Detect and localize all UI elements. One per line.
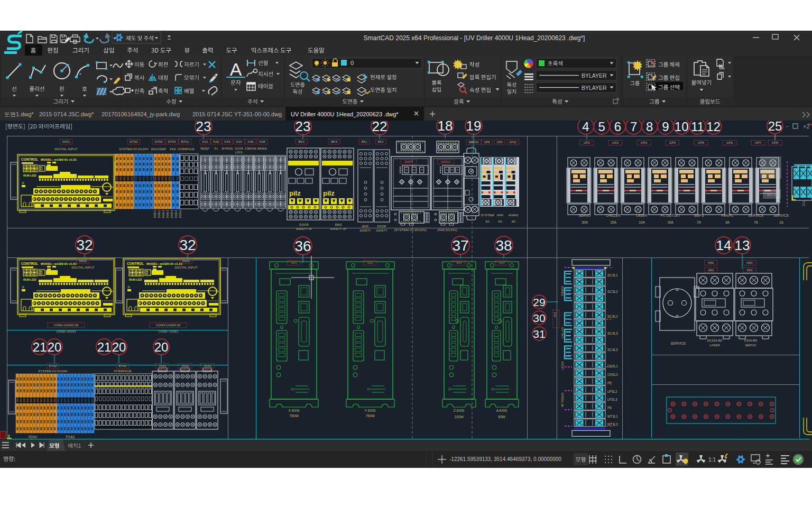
svg-text:3A: 3A (725, 220, 730, 224)
svg-text:14: 14 (716, 237, 732, 253)
svg-text:CONTROL: CONTROL (21, 262, 38, 265)
svg-text:25: 25 (768, 119, 782, 133)
svg-text:DOOR: DOOR (299, 223, 308, 226)
svg-text:SD4: SD4 (499, 261, 505, 264)
svg-text:BYLAYER: BYLAYER (582, 85, 607, 91)
svg-text:ZL1: ZL1 (802, 200, 805, 206)
svg-text:7: 7 (630, 119, 637, 134)
svg-text:BYLAYER: BYLAYER (582, 72, 607, 79)
svg-text:ZM2: ZM2 (747, 269, 753, 272)
svg-text:AINAD: AINAD (509, 213, 519, 217)
svg-text:BK1: BK1 (362, 140, 367, 143)
svg-text:Z BRAKE: Z BRAKE (245, 147, 257, 150)
svg-text:36: 36 (294, 238, 311, 254)
svg-text:ZM1: ZM1 (708, 269, 714, 272)
svg-text:P24V-1: P24V-1 (158, 210, 161, 218)
svg-text:KA8: KA8 (260, 140, 265, 143)
svg-text:DIGITAL INPUT: DIGITAL INPUT (54, 147, 78, 151)
svg-text:BK4: BK4 (331, 140, 337, 143)
svg-text:BRAKE: BRAKE (257, 147, 267, 150)
svg-text:SYSTEM I/O DC24V: SYSTEM I/O DC24V (38, 370, 67, 373)
svg-text:37: 37 (452, 237, 468, 254)
svg-text:X AXIS: X AXIS (289, 409, 300, 412)
svg-text:20: 20 (112, 340, 126, 354)
svg-text:38: 38 (495, 237, 512, 254)
svg-text:BT02: BT02 (119, 364, 127, 367)
svg-text:D326-BD: D326-BD (744, 339, 758, 342)
svg-text:1:1: 1:1 (708, 457, 716, 463)
svg-text:CP6: CP6 (726, 141, 733, 144)
svg-text:POWER: POWER (561, 286, 564, 296)
svg-text:SYSTEM: SYSTEM (481, 213, 494, 217)
svg-text:SMPS2: SMPS2 (441, 160, 451, 163)
svg-text:SERVICE: SERVICE (774, 214, 789, 217)
svg-text:MT3L1: MT3L1 (607, 414, 618, 418)
svg-text:(X000~X01F): (X000~X01F) (57, 329, 76, 333)
svg-text:도면1.dwg*: 도면1.dwg* (4, 111, 34, 117)
svg-text:20170106164924_jy-park.dwg: 20170106164924_jy-park.dwg (102, 111, 180, 117)
svg-text:CH2L2: CH2L2 (607, 373, 618, 376)
svg-text:30A: 30A (582, 220, 588, 224)
svg-text:SC4L3: SC4L3 (607, 331, 618, 335)
svg-text:BYPASS: BYPASS (222, 147, 233, 150)
svg-text:CP10: CP10 (509, 141, 516, 144)
svg-text:EXT.I/O: EXT.I/O (180, 369, 191, 372)
svg-text:15A: 15A (610, 220, 616, 224)
svg-text:7A: 7A (754, 220, 759, 224)
svg-text:CP2: CP2 (612, 141, 619, 144)
svg-text:SAFETY: SAFETY (376, 229, 387, 232)
svg-text:CHILLER: CHILLER (606, 214, 621, 217)
svg-text:DIO1: DIO1 (62, 140, 70, 143)
svg-text:P24V-6: P24V-6 (179, 210, 182, 218)
svg-text:32: 32 (76, 237, 93, 253)
svg-text:FAN: FAN (170, 148, 176, 151)
svg-text:SERVO: SERVO (579, 214, 591, 217)
svg-text:pilz: pilz (289, 189, 301, 197)
svg-text:5A: 5A (485, 219, 490, 223)
svg-text:CP5: CP5 (698, 141, 705, 144)
svg-text:21: 21 (97, 340, 112, 354)
svg-text:(Y000~Y01F): (Y000~Y01F) (159, 329, 178, 333)
svg-text:MT3L3: MT3L3 (607, 422, 618, 426)
svg-text:10A: 10A (639, 220, 645, 224)
svg-text:DT03: DT03 (154, 140, 163, 143)
svg-text:CONTROL: CONTROL (127, 262, 144, 265)
svg-text:CP3: CP3 (641, 141, 648, 144)
svg-text:6: 6 (614, 119, 621, 134)
svg-text:4: 4 (582, 119, 589, 134)
svg-text:DT04: DT04 (168, 140, 176, 143)
svg-text:SERVICE: SERVICE (671, 342, 686, 345)
svg-text:30: 30 (533, 312, 545, 324)
svg-text:FAN: FAN (497, 213, 503, 217)
svg-text:20: 20 (48, 340, 62, 354)
svg-text:INTERFACE: INTERFACE (178, 148, 195, 151)
svg-text:SD1: SD1 (291, 261, 297, 264)
svg-text:P24V: P24V (29, 435, 38, 439)
svg-text:SAFETY: SAFETY (359, 229, 371, 232)
svg-text:15A: 15A (667, 220, 673, 224)
svg-text:50W: 50W (498, 415, 505, 419)
svg-text:P24V-4: P24V-4 (171, 210, 173, 218)
svg-text:5: 5 (598, 119, 605, 134)
svg-text:ENCODER: ENCODER (151, 148, 166, 151)
svg-text:DIO1: DIO1 (182, 259, 190, 263)
svg-text:SC4L3: SC4L3 (607, 348, 618, 352)
svg-text:DC323-BD: DC323-BD (707, 339, 723, 342)
svg-text:RUN LED: RUN LED (23, 174, 36, 177)
svg-text:BK3: BK3 (298, 140, 304, 143)
svg-text:29: 29 (533, 296, 545, 308)
svg-text:9: 9 (662, 119, 669, 134)
svg-text:P24V-5: P24V-5 (175, 210, 178, 218)
svg-text:PE: PE (607, 406, 612, 410)
svg-text:J1: J1 (22, 182, 24, 185)
svg-text:RUN LED: RUN LED (23, 278, 36, 281)
svg-text:12: 12 (706, 119, 721, 134)
svg-text:21: 21 (33, 340, 47, 354)
svg-text:23: 23 (196, 118, 211, 134)
svg-text:DT02: DT02 (49, 364, 57, 367)
svg-text:KM1: KM1 (708, 261, 714, 264)
svg-text:DIO1: DIO1 (79, 259, 87, 263)
svg-text:(SYSTEM I/O DC24V): (SYSTEM I/O DC24V) (394, 228, 426, 232)
svg-text:31: 31 (533, 328, 545, 340)
svg-text:EMS: EMS (362, 225, 368, 228)
